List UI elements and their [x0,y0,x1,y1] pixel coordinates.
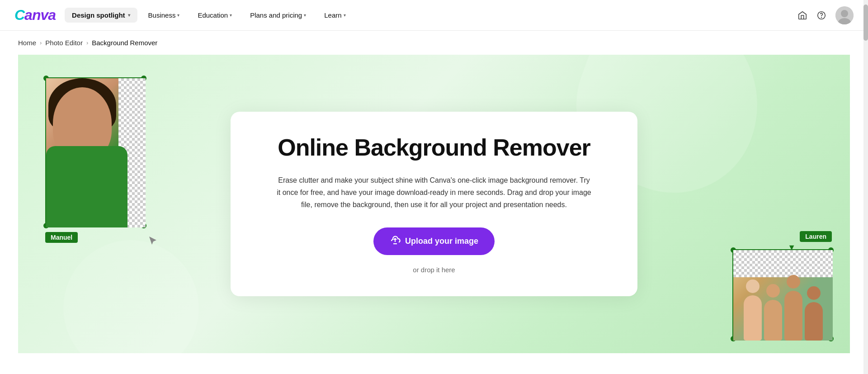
plans-label: Plans and pricing [250,11,302,19]
left-image-container: Manuel [45,77,145,243]
person-body-3 [784,291,802,341]
breadcrumb: Home › Photo Editor › Background Remover [0,31,868,55]
scrollbar-thumb[interactable] [863,5,868,41]
upload-cloud-icon [390,235,401,248]
hero-section: Manuel Online Background Remover Erase c… [18,55,850,353]
main-card: Online Background Remover Erase clutter … [231,112,637,296]
canva-logo[interactable]: Canva [14,7,56,24]
left-name-tag: Manuel [45,227,145,243]
right-image-container: Lauren ▼ [732,249,832,340]
person-1-group [744,279,762,341]
plans-nav-link[interactable]: Plans and pricing ▾ [243,8,313,23]
person-head-1 [746,279,760,293]
upload-button-label: Upload your image [405,237,478,246]
home-icon-button[interactable] [797,10,807,20]
education-chevron: ▾ [230,13,232,18]
group-photo [733,250,833,341]
person-2-group [764,284,782,341]
user-avatar[interactable] [835,6,854,24]
page-title: Online Background Remover [267,134,601,161]
group-people-figures [733,273,833,341]
woman-photo [46,78,146,227]
nav-icons-group [797,6,854,24]
person-body-1 [744,295,762,341]
education-label: Education [198,11,228,19]
business-chevron: ▾ [177,13,179,18]
person-3-group [784,275,802,341]
svg-point-1 [821,17,822,18]
design-spotlight-label: Design spotlight [72,11,125,19]
scrollbar[interactable] [863,0,868,374]
drop-text: or drop it here [267,266,601,274]
right-name-tag: Lauren [800,231,832,242]
design-spotlight-button[interactable]: Design spotlight ▾ [65,8,137,23]
right-selection-box [732,249,832,340]
breadcrumb-photo-editor[interactable]: Photo Editor [45,39,83,47]
person-head-3 [787,275,800,289]
breadcrumb-separator-1: › [40,39,42,46]
breadcrumb-home[interactable]: Home [18,39,36,47]
breadcrumb-current: Background Remover [92,39,157,47]
learn-chevron: ▾ [344,13,346,18]
hero-description: Erase clutter and make your subject shin… [276,174,592,211]
upload-image-button[interactable]: Upload your image [373,227,495,255]
person-4-group [805,286,823,341]
person-head-2 [766,284,780,298]
woman-body [46,146,127,227]
person-body-4 [805,302,823,341]
person-body-2 [764,300,782,341]
cursor-arrow [147,235,158,247]
business-nav-link[interactable]: Business ▾ [141,8,187,23]
education-nav-link[interactable]: Education ▾ [190,8,239,23]
svg-point-3 [841,10,848,17]
navbar: Canva Design spotlight ▾ Business ▾ Educ… [0,0,868,31]
design-spotlight-chevron: ▾ [128,13,130,18]
learn-label: Learn [324,11,341,19]
help-icon-button[interactable] [816,10,826,20]
breadcrumb-separator-2: › [86,39,88,46]
business-label: Business [148,11,176,19]
plans-chevron: ▾ [304,13,306,18]
left-selection-box [45,77,145,227]
learn-nav-link[interactable]: Learn ▾ [317,8,353,23]
bg-decorative-shape-2 [63,240,199,353]
person-head-4 [807,286,821,300]
